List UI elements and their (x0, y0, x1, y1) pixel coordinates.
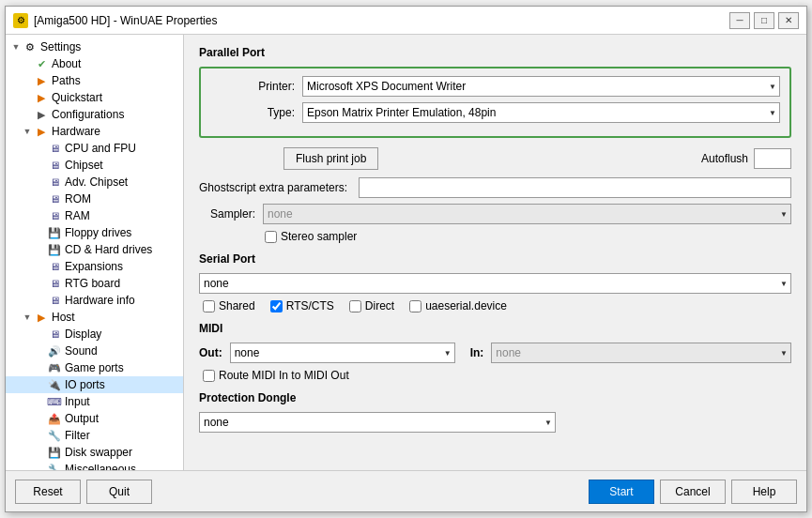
sidebar-item-cpu-label: CPU and FPU (65, 142, 136, 155)
ghostscript-row: Ghostscript extra parameters: (199, 177, 791, 198)
sampler-select[interactable]: none (263, 204, 791, 224)
expand-display-icon (34, 328, 47, 341)
uaeserial-label[interactable]: uaeserial.device (409, 299, 507, 312)
sidebar-item-rom[interactable]: 🖥 ROM (6, 190, 183, 207)
sidebar-item-adv-chipset[interactable]: 🖥 Adv. Chipset (6, 174, 183, 190)
printer-select[interactable]: Microsoft XPS Document Writer (302, 76, 780, 97)
expand-io-icon (34, 378, 47, 391)
paths-icon: ▶ (34, 73, 49, 88)
configurations-icon: ▶ (34, 107, 49, 122)
sidebar-item-display[interactable]: 🖥 Display (6, 326, 183, 343)
close-button[interactable]: ✕ (778, 12, 799, 29)
sidebar-item-hardware[interactable]: ▼ ▶ Hardware (6, 123, 183, 140)
direct-label[interactable]: Direct (349, 299, 394, 312)
sidebar-item-miscellaneous-label: Miscellaneous (65, 463, 136, 470)
quickstart-icon: ▶ (34, 90, 49, 105)
sidebar-item-io-ports[interactable]: 🔌 IO ports (6, 376, 183, 393)
reset-button[interactable]: Reset (15, 480, 81, 504)
expand-hw-info-icon (34, 294, 47, 307)
sidebar-item-paths-label: Paths (52, 74, 81, 87)
sidebar-item-game-ports-label: Game ports (65, 361, 124, 374)
parallel-port-title: Parallel Port (199, 46, 791, 59)
minimize-button[interactable]: ─ (729, 12, 750, 29)
expand-adv-chipset-icon (34, 175, 47, 189)
expand-quickstart-icon (21, 91, 34, 104)
help-button[interactable]: Help (731, 480, 797, 504)
rts-cts-label[interactable]: RTS/CTS (270, 299, 334, 312)
sidebar-item-cpu-fpu[interactable]: 🖥 CPU and FPU (6, 140, 183, 157)
expand-filter-icon (34, 429, 47, 442)
sidebar-item-io-ports-label: IO ports (65, 378, 105, 391)
midi-out-select[interactable]: none (230, 343, 455, 363)
sidebar-item-input[interactable]: ⌨ Input (6, 393, 183, 410)
expand-chipset-icon (34, 159, 47, 172)
sidebar-item-quickstart-label: Quickstart (52, 91, 102, 104)
sidebar-item-ram[interactable]: 🖥 RAM (6, 207, 183, 224)
sidebar-item-expansions[interactable]: 🖥 Expansions (6, 258, 183, 275)
shared-checkbox[interactable] (203, 300, 215, 312)
sidebar-item-rtg[interactable]: 🖥 RTG board (6, 275, 183, 292)
sidebar-item-filter[interactable]: 🔧 Filter (6, 427, 183, 444)
sidebar-item-configurations[interactable]: ▶ Configurations (6, 106, 183, 123)
sidebar-item-expansions-label: Expansions (65, 260, 123, 273)
cancel-button[interactable]: Cancel (660, 480, 726, 504)
sidebar-item-host[interactable]: ▼ ▶ Host (6, 309, 183, 326)
autoflush-input[interactable]: 5 (754, 148, 791, 169)
sidebar-item-output[interactable]: 📤 Output (6, 410, 183, 427)
sidebar-item-game-ports[interactable]: 🎮 Game ports (6, 359, 183, 376)
sidebar-item-quickstart[interactable]: ▶ Quickstart (6, 89, 183, 106)
sidebar-item-sound[interactable]: 🔊 Sound (6, 343, 183, 359)
serial-select[interactable]: none (199, 273, 791, 294)
sidebar-item-chipset-label: Chipset (65, 159, 103, 172)
maximize-button[interactable]: □ (754, 12, 774, 29)
sidebar-item-hardware-info[interactable]: 🖥 Hardware info (6, 292, 183, 309)
host-icon: ▶ (34, 310, 49, 325)
midi-in-select[interactable]: none (491, 343, 791, 363)
sidebar-item-paths[interactable]: ▶ Paths (6, 72, 183, 89)
uaeserial-checkbox[interactable] (409, 300, 421, 312)
settings-icon: ⚙ (23, 39, 38, 54)
route-midi-label[interactable]: Route MIDI In to MIDI Out (203, 369, 791, 382)
parallel-port-box: Printer: Microsoft XPS Document Writer T… (199, 67, 791, 138)
rts-cts-checkbox[interactable] (270, 300, 283, 312)
autoflush-label: Autoflush (701, 152, 748, 165)
printer-select-wrapper: Microsoft XPS Document Writer (302, 76, 780, 97)
sidebar-item-chipset[interactable]: 🖥 Chipset (6, 157, 183, 174)
shared-label[interactable]: Shared (203, 299, 255, 312)
route-midi-checkbox[interactable] (203, 370, 215, 382)
sidebar-item-disk-swapper[interactable]: 💾 Disk swapper (6, 444, 183, 461)
autoflush-container: Autoflush 5 (701, 148, 791, 169)
sidebar-item-rtg-label: RTG board (65, 277, 120, 290)
start-button[interactable]: Start (589, 480, 654, 504)
filter-icon: 🔧 (47, 428, 62, 443)
sidebar-item-about[interactable]: ✔ About (6, 55, 183, 72)
stereo-sampler-checkbox[interactable] (265, 231, 277, 243)
sidebar-item-host-label: Host (52, 311, 75, 324)
midi-in-label: In: (470, 346, 484, 359)
quit-button[interactable]: Quit (86, 480, 152, 504)
display-icon: 🖥 (47, 327, 62, 342)
direct-checkbox[interactable] (349, 300, 361, 312)
sidebar-item-cd-hard[interactable]: 💾 CD & Hard drives (6, 241, 183, 258)
sidebar-item-floppy[interactable]: 💾 Floppy drives (6, 224, 183, 241)
type-select-wrapper: Epson Matrix Printer Emulation, 48pin (302, 102, 780, 123)
sidebar-item-sound-label: Sound (65, 344, 98, 358)
expand-cpu-icon (34, 142, 47, 155)
cd-hard-icon: 💾 (47, 242, 62, 257)
sidebar-item-settings[interactable]: ▼ ⚙ Settings (6, 38, 183, 55)
flush-print-job-button[interactable]: Flush print job (283, 147, 378, 170)
sidebar-item-disk-swapper-label: Disk swapper (65, 446, 132, 459)
type-row: Type: Epson Matrix Printer Emulation, 48… (210, 102, 780, 123)
printer-label: Printer: (210, 80, 295, 93)
stereo-sampler-label[interactable]: Stereo sampler (265, 230, 357, 243)
protection-dongle-select[interactable]: none (199, 412, 556, 433)
type-select[interactable]: Epson Matrix Printer Emulation, 48pin (302, 102, 780, 123)
sidebar-item-input-label: Input (65, 395, 90, 408)
sidebar-item-miscellaneous[interactable]: 🔧 Miscellaneous (6, 461, 183, 470)
disk-swapper-icon: 💾 (47, 445, 62, 460)
serial-select-wrapper: none (199, 273, 791, 294)
ghostscript-input[interactable] (359, 177, 791, 198)
expand-cd-hard-icon (34, 243, 47, 256)
hardware-icon: ▶ (34, 124, 49, 139)
expand-disk-swapper-icon (34, 446, 47, 459)
